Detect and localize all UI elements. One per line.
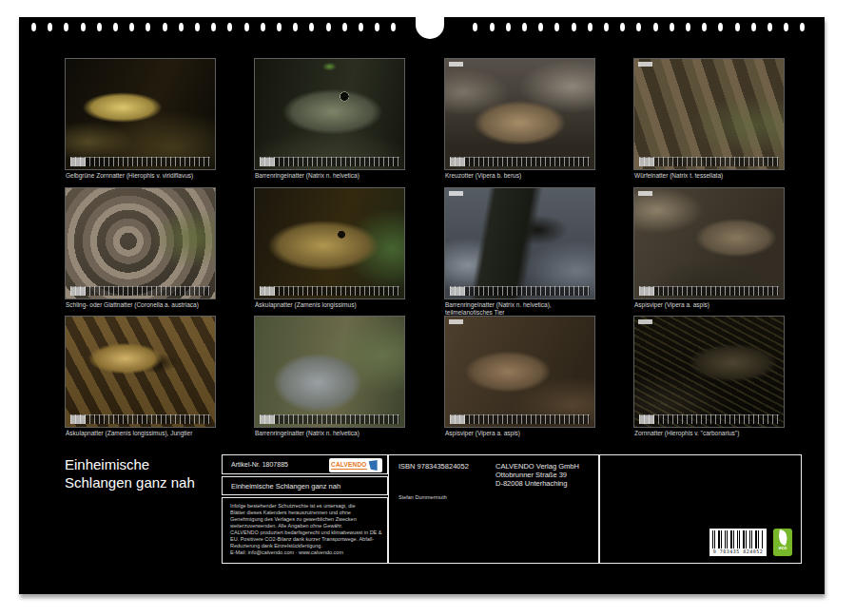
- photo-caption: Kreuzotter (Vipera b. berus): [445, 172, 593, 180]
- snake-photo: [634, 317, 784, 427]
- barcode: 9 783435 824052: [709, 529, 767, 556]
- photo-caption: Würfelnatter (Natrix t. tessellata): [634, 172, 783, 180]
- publisher-box: ISBN 9783435824052 CALVENDO Verlag GmbHO…: [388, 454, 599, 564]
- photo-caption: Äskulapnatter (Zamenis longissimus): [255, 301, 403, 309]
- photo-cell: Barrenringelnatter (Natrix n. helvetica): [255, 59, 404, 180]
- series-title: Einheimische Schlangen ganz nah: [231, 482, 340, 491]
- photo-cell: Aspisviper (Vipera a. aspis): [634, 188, 784, 309]
- barcode-box: 9 783435 824052 eco: [599, 454, 802, 564]
- snake-photo: [445, 59, 594, 169]
- barcode-bars: [712, 530, 764, 549]
- eco-logo: eco: [773, 529, 792, 556]
- snake-photo: [634, 188, 784, 298]
- snake-photo: [255, 59, 404, 169]
- photo-cell: Barrenringelnatter (Natrix n. helvetica)…: [445, 188, 594, 316]
- photo-caption: Aspisviper (Vipera a. aspis): [634, 301, 783, 309]
- calvendo-logo-text: CALVENDO: [331, 461, 367, 470]
- snake-photo: [445, 317, 594, 427]
- photo-cell: Gelbgrüne Zornnatter (Hierophis v. virid…: [66, 59, 215, 180]
- photo-cell: Zornnatter (Hierophis v. "carbonarius"): [634, 317, 784, 437]
- calendar-back-cover: Gelbgrüne Zornnatter (Hierophis v. virid…: [0, 0, 855, 616]
- photo-caption: Aspisviper (Vipera a. aspis): [445, 430, 593, 437]
- calendar-page: Gelbgrüne Zornnatter (Hierophis v. virid…: [19, 17, 825, 594]
- isbn-number: ISBN 9783435824052: [398, 462, 469, 471]
- publisher-address: CALVENDO Verlag GmbHOttobrunner Straße 3…: [496, 462, 579, 488]
- photo-cell: Schling- oder Glattnatter (Coronella a. …: [66, 188, 215, 309]
- photo-cell: Würfelnatter (Natrix t. tessellata): [634, 59, 784, 180]
- barcode-number: 9 783435 824052: [712, 549, 764, 554]
- snake-photo: [634, 59, 784, 169]
- photo-caption: Zornnatter (Hierophis v. "carbonarius"): [634, 430, 783, 437]
- snake-photo: [255, 317, 404, 427]
- photo-cell: Äskulapnatter (Zamenis longissimus), Jun…: [66, 317, 215, 437]
- photo-caption: Schling- oder Glattnatter (Coronella a. …: [66, 301, 214, 309]
- calvendo-logo: CALVENDO: [329, 458, 382, 472]
- legal-text: Infolge bestehender Schutzrechte ist es …: [230, 503, 381, 556]
- hanger-notch: [416, 17, 444, 39]
- photo-cell: Kreuzotter (Vipera b. berus): [445, 59, 594, 180]
- photo-cell: Aspisviper (Vipera a. aspis): [445, 317, 594, 437]
- photo-caption: Barrenringelnatter (Natrix n. helvetica)…: [445, 301, 593, 316]
- snake-photo: [255, 188, 404, 298]
- article-number: Artikel-Nr. 1807885: [231, 461, 288, 468]
- author-name: Stefan Dummermuth: [398, 494, 447, 500]
- calvendo-flag-icon: [369, 460, 378, 471]
- snake-photo: [66, 59, 215, 169]
- legal-text-box: Infolge bestehender Schutzrechte ist es …: [222, 497, 388, 564]
- leaf-icon: [776, 529, 788, 546]
- photo-caption: Barrenringelnatter (Natrix n. helvetica): [255, 430, 403, 437]
- series-title-box: Einheimische Schlangen ganz nah: [222, 476, 388, 495]
- snake-photo: [445, 188, 594, 298]
- article-number-box: Artikel-Nr. 1807885 CALVENDO: [222, 454, 388, 474]
- photo-caption: Barrenringelnatter (Natrix n. helvetica): [255, 172, 403, 180]
- eco-label: eco: [773, 545, 792, 551]
- photo-caption: Gelbgrüne Zornnatter (Hierophis v. virid…: [66, 172, 214, 180]
- snake-photo: [66, 317, 215, 427]
- snake-photo: [66, 188, 215, 298]
- calendar-title: EinheimischeSchlangen ganz nah: [65, 455, 195, 491]
- photo-cell: Barrenringelnatter (Natrix n. helvetica): [255, 317, 404, 437]
- photo-caption: Äskulapnatter (Zamenis longissimus), Jun…: [66, 430, 214, 437]
- photo-cell: Äskulapnatter (Zamenis longissimus): [255, 188, 404, 309]
